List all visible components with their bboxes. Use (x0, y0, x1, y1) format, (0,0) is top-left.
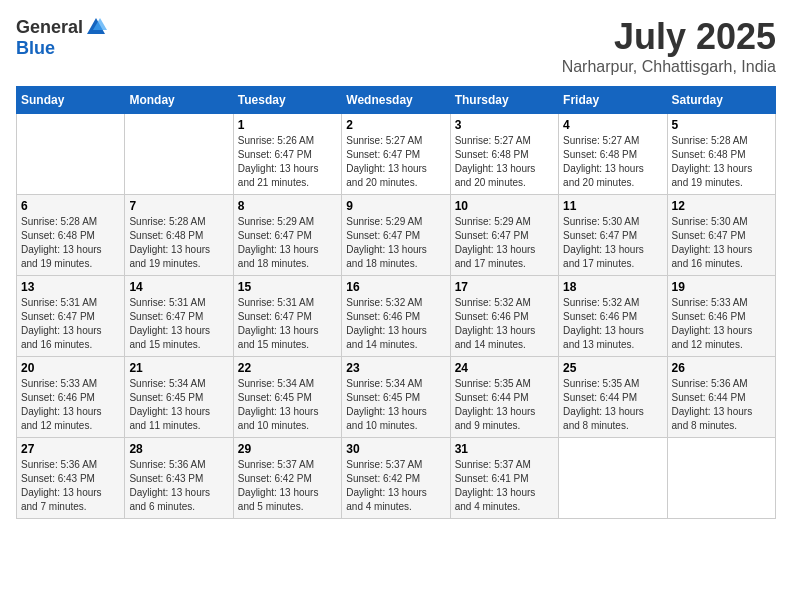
location-title: Narharpur, Chhattisgarh, India (562, 58, 776, 76)
weekday-header-monday: Monday (125, 87, 233, 114)
day-number: 20 (21, 361, 120, 375)
day-number: 16 (346, 280, 445, 294)
calendar-cell (667, 438, 775, 519)
day-info: Sunrise: 5:37 AM Sunset: 6:41 PM Dayligh… (455, 458, 554, 514)
day-number: 10 (455, 199, 554, 213)
calendar-cell: 5Sunrise: 5:28 AM Sunset: 6:48 PM Daylig… (667, 114, 775, 195)
day-info: Sunrise: 5:37 AM Sunset: 6:42 PM Dayligh… (238, 458, 337, 514)
day-number: 28 (129, 442, 228, 456)
calendar-cell (17, 114, 125, 195)
weekday-header-tuesday: Tuesday (233, 87, 341, 114)
day-info: Sunrise: 5:29 AM Sunset: 6:47 PM Dayligh… (455, 215, 554, 271)
day-number: 21 (129, 361, 228, 375)
calendar-cell: 24Sunrise: 5:35 AM Sunset: 6:44 PM Dayli… (450, 357, 558, 438)
calendar-week-row: 27Sunrise: 5:36 AM Sunset: 6:43 PM Dayli… (17, 438, 776, 519)
header: General Blue July 2025 Narharpur, Chhatt… (16, 16, 776, 76)
day-number: 14 (129, 280, 228, 294)
day-number: 4 (563, 118, 662, 132)
calendar-cell: 23Sunrise: 5:34 AM Sunset: 6:45 PM Dayli… (342, 357, 450, 438)
day-number: 27 (21, 442, 120, 456)
calendar-table: SundayMondayTuesdayWednesdayThursdayFrid… (16, 86, 776, 519)
calendar-cell: 1Sunrise: 5:26 AM Sunset: 6:47 PM Daylig… (233, 114, 341, 195)
day-number: 22 (238, 361, 337, 375)
day-info: Sunrise: 5:32 AM Sunset: 6:46 PM Dayligh… (455, 296, 554, 352)
day-number: 17 (455, 280, 554, 294)
day-info: Sunrise: 5:34 AM Sunset: 6:45 PM Dayligh… (129, 377, 228, 433)
day-info: Sunrise: 5:32 AM Sunset: 6:46 PM Dayligh… (563, 296, 662, 352)
calendar-cell: 22Sunrise: 5:34 AM Sunset: 6:45 PM Dayli… (233, 357, 341, 438)
calendar-cell: 3Sunrise: 5:27 AM Sunset: 6:48 PM Daylig… (450, 114, 558, 195)
day-number: 8 (238, 199, 337, 213)
day-info: Sunrise: 5:27 AM Sunset: 6:48 PM Dayligh… (455, 134, 554, 190)
day-number: 5 (672, 118, 771, 132)
day-info: Sunrise: 5:34 AM Sunset: 6:45 PM Dayligh… (238, 377, 337, 433)
calendar-cell: 6Sunrise: 5:28 AM Sunset: 6:48 PM Daylig… (17, 195, 125, 276)
day-number: 24 (455, 361, 554, 375)
day-number: 25 (563, 361, 662, 375)
day-info: Sunrise: 5:28 AM Sunset: 6:48 PM Dayligh… (21, 215, 120, 271)
day-number: 23 (346, 361, 445, 375)
calendar-cell: 7Sunrise: 5:28 AM Sunset: 6:48 PM Daylig… (125, 195, 233, 276)
day-info: Sunrise: 5:36 AM Sunset: 6:43 PM Dayligh… (21, 458, 120, 514)
day-info: Sunrise: 5:37 AM Sunset: 6:42 PM Dayligh… (346, 458, 445, 514)
day-number: 2 (346, 118, 445, 132)
calendar-cell: 8Sunrise: 5:29 AM Sunset: 6:47 PM Daylig… (233, 195, 341, 276)
day-number: 30 (346, 442, 445, 456)
day-info: Sunrise: 5:28 AM Sunset: 6:48 PM Dayligh… (672, 134, 771, 190)
day-number: 13 (21, 280, 120, 294)
calendar-week-row: 6Sunrise: 5:28 AM Sunset: 6:48 PM Daylig… (17, 195, 776, 276)
weekday-header-row: SundayMondayTuesdayWednesdayThursdayFrid… (17, 87, 776, 114)
day-info: Sunrise: 5:36 AM Sunset: 6:43 PM Dayligh… (129, 458, 228, 514)
day-number: 9 (346, 199, 445, 213)
calendar-cell: 4Sunrise: 5:27 AM Sunset: 6:48 PM Daylig… (559, 114, 667, 195)
calendar-cell: 18Sunrise: 5:32 AM Sunset: 6:46 PM Dayli… (559, 276, 667, 357)
calendar-cell: 25Sunrise: 5:35 AM Sunset: 6:44 PM Dayli… (559, 357, 667, 438)
weekday-header-friday: Friday (559, 87, 667, 114)
logo-icon (85, 16, 107, 38)
calendar-cell: 12Sunrise: 5:30 AM Sunset: 6:47 PM Dayli… (667, 195, 775, 276)
day-info: Sunrise: 5:35 AM Sunset: 6:44 PM Dayligh… (563, 377, 662, 433)
weekday-header-thursday: Thursday (450, 87, 558, 114)
day-info: Sunrise: 5:29 AM Sunset: 6:47 PM Dayligh… (346, 215, 445, 271)
day-number: 1 (238, 118, 337, 132)
calendar-cell: 28Sunrise: 5:36 AM Sunset: 6:43 PM Dayli… (125, 438, 233, 519)
day-number: 26 (672, 361, 771, 375)
weekday-header-wednesday: Wednesday (342, 87, 450, 114)
calendar-cell: 27Sunrise: 5:36 AM Sunset: 6:43 PM Dayli… (17, 438, 125, 519)
calendar-week-row: 1Sunrise: 5:26 AM Sunset: 6:47 PM Daylig… (17, 114, 776, 195)
calendar-cell: 9Sunrise: 5:29 AM Sunset: 6:47 PM Daylig… (342, 195, 450, 276)
calendar-cell: 14Sunrise: 5:31 AM Sunset: 6:47 PM Dayli… (125, 276, 233, 357)
day-info: Sunrise: 5:29 AM Sunset: 6:47 PM Dayligh… (238, 215, 337, 271)
weekday-header-sunday: Sunday (17, 87, 125, 114)
day-info: Sunrise: 5:27 AM Sunset: 6:47 PM Dayligh… (346, 134, 445, 190)
day-number: 19 (672, 280, 771, 294)
day-info: Sunrise: 5:31 AM Sunset: 6:47 PM Dayligh… (238, 296, 337, 352)
calendar-cell: 2Sunrise: 5:27 AM Sunset: 6:47 PM Daylig… (342, 114, 450, 195)
calendar-cell: 20Sunrise: 5:33 AM Sunset: 6:46 PM Dayli… (17, 357, 125, 438)
day-number: 7 (129, 199, 228, 213)
day-info: Sunrise: 5:28 AM Sunset: 6:48 PM Dayligh… (129, 215, 228, 271)
calendar-cell: 29Sunrise: 5:37 AM Sunset: 6:42 PM Dayli… (233, 438, 341, 519)
day-info: Sunrise: 5:26 AM Sunset: 6:47 PM Dayligh… (238, 134, 337, 190)
calendar-cell: 13Sunrise: 5:31 AM Sunset: 6:47 PM Dayli… (17, 276, 125, 357)
calendar-cell: 31Sunrise: 5:37 AM Sunset: 6:41 PM Dayli… (450, 438, 558, 519)
logo: General Blue (16, 16, 107, 59)
day-number: 11 (563, 199, 662, 213)
calendar-cell: 10Sunrise: 5:29 AM Sunset: 6:47 PM Dayli… (450, 195, 558, 276)
title-area: July 2025 Narharpur, Chhattisgarh, India (562, 16, 776, 76)
month-title: July 2025 (562, 16, 776, 58)
day-number: 29 (238, 442, 337, 456)
day-info: Sunrise: 5:34 AM Sunset: 6:45 PM Dayligh… (346, 377, 445, 433)
calendar-cell: 16Sunrise: 5:32 AM Sunset: 6:46 PM Dayli… (342, 276, 450, 357)
day-info: Sunrise: 5:30 AM Sunset: 6:47 PM Dayligh… (563, 215, 662, 271)
calendar-cell: 21Sunrise: 5:34 AM Sunset: 6:45 PM Dayli… (125, 357, 233, 438)
calendar-cell: 26Sunrise: 5:36 AM Sunset: 6:44 PM Dayli… (667, 357, 775, 438)
day-number: 3 (455, 118, 554, 132)
day-info: Sunrise: 5:35 AM Sunset: 6:44 PM Dayligh… (455, 377, 554, 433)
day-number: 31 (455, 442, 554, 456)
calendar-cell (559, 438, 667, 519)
calendar-cell (125, 114, 233, 195)
day-info: Sunrise: 5:31 AM Sunset: 6:47 PM Dayligh… (129, 296, 228, 352)
day-number: 12 (672, 199, 771, 213)
day-number: 6 (21, 199, 120, 213)
